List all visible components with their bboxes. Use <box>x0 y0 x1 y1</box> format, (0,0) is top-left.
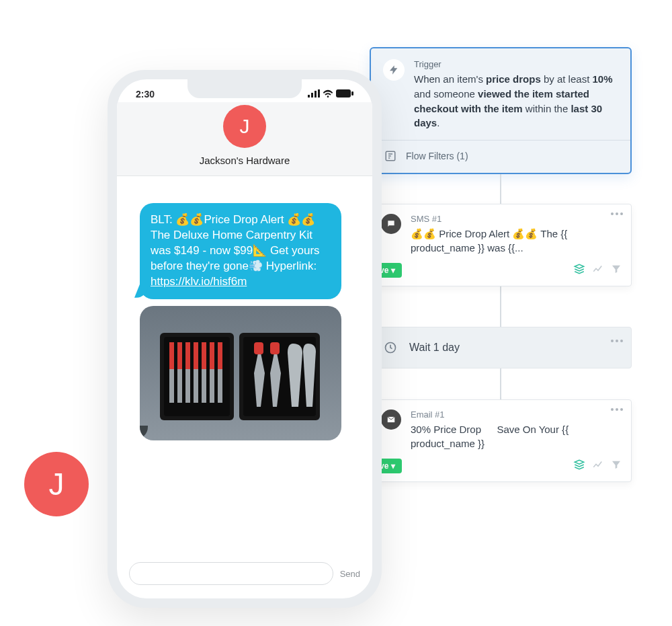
wifi-icon <box>323 89 333 100</box>
connector <box>500 174 501 204</box>
flow-filters-row[interactable]: Flow Filters (1) <box>371 140 630 163</box>
email-card-label: Email #1 <box>411 409 620 420</box>
smart-send-icon[interactable] <box>573 263 585 278</box>
svg-rect-5 <box>318 89 320 97</box>
svg-rect-15 <box>185 342 190 369</box>
contact-name: Jackson's Hardware <box>200 155 290 166</box>
floating-avatar: J <box>24 452 89 516</box>
svg-rect-20 <box>202 369 206 403</box>
sms-text: BLT: 💰💰Price Drop Alert 💰💰 The Deluxe Ho… <box>151 213 320 272</box>
sms-icon <box>381 214 401 234</box>
trigger-card[interactable]: Trigger When an item's price drops by at… <box>370 47 632 174</box>
svg-rect-11 <box>169 342 174 369</box>
flow-panel: Trigger When an item's price drops by at… <box>370 47 632 482</box>
battery-icon <box>336 89 353 100</box>
mms-image-bubble <box>140 306 341 440</box>
svg-rect-28 <box>270 342 280 354</box>
funnel-icon[interactable] <box>611 264 622 277</box>
wait-step-card[interactable]: Wait 1 day <box>370 327 632 368</box>
sms-step-card[interactable]: SMS #1 💰💰 Price Drop Alert 💰💰 The {{ pro… <box>370 204 632 286</box>
email-step-card[interactable]: Email #1 30% Price Drop Save On Your {{ … <box>370 399 632 482</box>
more-icon[interactable] <box>611 408 623 411</box>
svg-rect-16 <box>185 369 190 403</box>
connector <box>500 286 501 327</box>
svg-rect-4 <box>314 91 317 97</box>
trigger-description: When an item's price drops by at least 1… <box>414 72 618 130</box>
message-input[interactable] <box>129 562 333 585</box>
filter-settings-icon <box>383 149 398 163</box>
svg-rect-2 <box>308 95 310 97</box>
svg-rect-22 <box>210 369 214 403</box>
contact-header: J Jackson's Hardware <box>117 102 372 176</box>
svg-rect-23 <box>218 342 222 369</box>
email-card-text: 30% Price Drop Save On Your {{ product_n… <box>411 422 620 451</box>
analytics-icon[interactable] <box>592 459 604 473</box>
svg-rect-6 <box>336 89 351 97</box>
smart-send-icon[interactable] <box>573 459 585 473</box>
svg-rect-19 <box>202 342 206 369</box>
phone-screen: 2:30 J Jackson's Hardware BLT: 💰💰Price D… <box>117 79 372 598</box>
toolkit-product-image <box>140 306 341 440</box>
svg-rect-7 <box>351 91 353 95</box>
phone-notch <box>187 79 302 98</box>
funnel-icon[interactable] <box>611 459 622 473</box>
trigger-label: Trigger <box>414 59 618 69</box>
svg-rect-18 <box>194 369 198 403</box>
signal-icon <box>308 89 320 100</box>
sms-card-text: 💰💰 Price Drop Alert 💰💰 The {{ product_na… <box>411 227 620 255</box>
svg-rect-21 <box>210 342 214 369</box>
sms-link[interactable]: https://klv.io/hisf6m <box>151 275 247 288</box>
bolt-icon <box>383 59 405 81</box>
svg-rect-3 <box>311 93 313 97</box>
more-icon[interactable] <box>611 340 623 342</box>
sms-bubble: BLT: 💰💰Price Drop Alert 💰💰 The Deluxe Ho… <box>140 203 341 299</box>
svg-rect-14 <box>177 369 182 403</box>
svg-rect-27 <box>254 342 263 354</box>
messages-list: BLT: 💰💰Price Drop Alert 💰💰 The Deluxe Ho… <box>117 176 372 553</box>
status-time: 2:30 <box>136 89 155 100</box>
flow-filters-label: Flow Filters (1) <box>406 151 468 161</box>
sms-card-label: SMS #1 <box>411 214 620 224</box>
contact-avatar: J <box>223 105 266 148</box>
wait-text: Wait 1 day <box>409 342 460 354</box>
more-icon[interactable] <box>611 212 623 215</box>
svg-rect-13 <box>177 342 182 369</box>
send-button[interactable]: Send <box>340 569 360 579</box>
clock-icon <box>381 338 400 357</box>
svg-rect-12 <box>169 369 174 403</box>
phone-input-bar: Send <box>117 553 372 598</box>
email-icon <box>381 409 401 430</box>
connector <box>500 368 501 399</box>
phone-mockup: 2:30 J Jackson's Hardware BLT: 💰💰Price D… <box>108 70 382 608</box>
analytics-icon[interactable] <box>592 263 604 278</box>
svg-rect-24 <box>218 369 222 403</box>
svg-rect-17 <box>194 342 198 369</box>
